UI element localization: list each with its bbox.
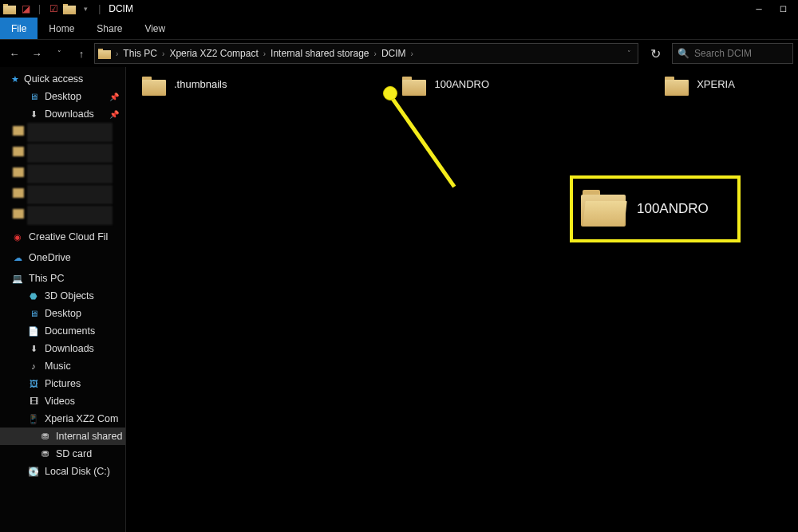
checklist-icon[interactable]: ☑ (47, 2, 60, 15)
callout-label: 100ANDRO (637, 201, 709, 217)
star-icon: ★ (11, 74, 19, 85)
ribbon-tabs: File Home Share View (0, 18, 798, 40)
redacted-item (27, 164, 113, 183)
cloud-icon: ☁ (11, 252, 24, 263)
chevron-right-icon[interactable]: › (263, 49, 266, 58)
sidebar-item-videos[interactable]: 🎞 Videos (0, 392, 125, 410)
sidebar-item-label: OneDrive (29, 252, 71, 263)
sidebar-item-label: Quick access (24, 73, 83, 85)
download-icon: ⬇ (27, 108, 40, 120)
sidebar-item-xperia[interactable]: 📱 Xperia XZ2 Com (0, 410, 125, 428)
phone-icon: 📱 (27, 413, 40, 424)
sidebar-item-label: Videos (45, 396, 75, 407)
sidebar-item-documents[interactable]: 📄 Documents (0, 322, 125, 340)
folder-item-xperia[interactable]: XPERIA (665, 77, 735, 96)
forward-button[interactable]: → (27, 44, 46, 63)
sidebar-item-label: Local Disk (C:) (45, 466, 110, 477)
chevron-right-icon[interactable]: › (374, 49, 377, 58)
pin-icon: 📌 (109, 93, 119, 101)
sidebar-item-label: Desktop (45, 308, 81, 319)
breadcrumb[interactable]: This PC (120, 48, 160, 59)
address-dropdown-icon[interactable]: ˅ (627, 49, 631, 57)
disk-icon: 💽 (27, 466, 40, 477)
tab-file[interactable]: File (0, 18, 38, 39)
folder-icon (98, 49, 111, 59)
search-icon: 🔍 (678, 48, 689, 59)
breadcrumb[interactable]: Xperia XZ2 Compact (166, 48, 261, 59)
folder-icon (581, 190, 626, 228)
chevron-right-icon[interactable]: › (411, 49, 413, 58)
sidebar-item-label: Creative Cloud Fil (29, 231, 108, 242)
back-button[interactable]: ← (5, 44, 24, 63)
folder-icon (402, 77, 426, 96)
desktop-icon: 🖥 (27, 91, 40, 102)
sidebar-item-quick-access[interactable]: ★ Quick access (0, 70, 125, 88)
music-icon: ♪ (27, 361, 40, 372)
body: ★ Quick access 🖥 Desktop 📌 ⬇ Downloads 📌… (0, 67, 798, 532)
redacted-item (27, 206, 113, 225)
folder-item-100andro[interactable]: 100ANDRO (402, 77, 489, 96)
refresh-button[interactable]: ↻ (645, 43, 666, 64)
folder-item-thumbnails[interactable]: .thumbnails (142, 77, 227, 96)
title-bar: ◪ | ☑ ▾ | DCIM ─ ☐ (0, 0, 798, 18)
sidebar-item-label: Documents (45, 325, 95, 337)
sidebar-item-label: Xperia XZ2 Com (45, 413, 118, 424)
sidebar-item-creative-cloud[interactable]: ◉ Creative Cloud Fil (0, 228, 125, 246)
breadcrumb[interactable]: Internal shared storage (267, 48, 372, 59)
recent-dropdown-icon[interactable]: ˅ (49, 44, 69, 63)
sidebar-item-internal-storage[interactable]: ⛃ Internal shared (0, 428, 125, 445)
sidebar-item-pc-desktop[interactable]: 🖥 Desktop (0, 305, 125, 322)
annotation-callout: 100ANDRO (570, 175, 741, 242)
folder-label: 100ANDRO (434, 77, 489, 90)
tab-share[interactable]: Share (85, 18, 133, 39)
quick-access-toolbar: ◪ | ☑ ▾ | (3, 2, 104, 15)
cube-icon: ⬣ (27, 290, 40, 301)
redacted-item (27, 123, 113, 142)
pc-icon: 💻 (11, 273, 24, 284)
sidebar-item-label: SD card (56, 448, 92, 459)
tab-view[interactable]: View (133, 18, 176, 39)
pictures-icon: 🖼 (27, 378, 40, 389)
sidebar-item-local-disk[interactable]: 💽 Local Disk (C:) (0, 463, 125, 480)
sidebar-item-label: Pictures (45, 378, 81, 389)
sidebar-item-pictures[interactable]: 🖼 Pictures (0, 375, 125, 392)
sidebar-item-3d-objects[interactable]: ⬣ 3D Objects (0, 287, 125, 305)
sidebar-item-pc-downloads[interactable]: ⬇ Downloads (0, 340, 125, 357)
content-area[interactable]: .thumbnails 100ANDRO XPERIA 100ANDRO (126, 67, 798, 532)
sidebar-item-label: Music (45, 361, 71, 372)
properties-icon[interactable]: ◪ (19, 2, 32, 15)
sidebar-item-downloads[interactable]: ⬇ Downloads 📌 (0, 105, 125, 123)
redacted-item (27, 185, 113, 204)
sidebar-item-music[interactable]: ♪ Music (0, 357, 125, 375)
sidebar-item-label: Downloads (45, 108, 94, 120)
redacted-item (27, 144, 113, 163)
sidebar-item-label: Internal shared (56, 431, 122, 442)
breadcrumb[interactable]: DCIM (378, 48, 409, 59)
search-input[interactable]: 🔍 Search DCIM (672, 43, 793, 64)
sidebar-item-label: Downloads (45, 343, 94, 354)
address-bar[interactable]: › This PC › Xperia XZ2 Compact › Interna… (94, 43, 638, 64)
chevron-right-icon[interactable]: › (116, 49, 118, 58)
minimize-button[interactable]: ─ (747, 0, 771, 18)
qat-dropdown-icon[interactable]: ▾ (79, 2, 92, 15)
download-icon: ⬇ (27, 343, 40, 354)
folder-icon (665, 77, 689, 96)
sidebar-item-this-pc[interactable]: 💻 This PC (0, 270, 125, 287)
maximize-button[interactable]: ☐ (771, 0, 795, 18)
sidebar-item-label: This PC (29, 273, 64, 284)
window-title: DCIM (109, 3, 133, 14)
sd-card-icon: ⛃ (38, 448, 51, 459)
documents-icon: 📄 (27, 325, 40, 337)
navigation-bar: ← → ˅ ↑ › This PC › Xperia XZ2 Compact ›… (0, 40, 798, 67)
tab-home[interactable]: Home (38, 18, 85, 39)
sidebar-item-desktop[interactable]: 🖥 Desktop 📌 (0, 88, 125, 105)
chevron-right-icon[interactable]: › (162, 49, 164, 58)
folder-icon (142, 77, 166, 96)
sidebar-item-onedrive[interactable]: ☁ OneDrive (0, 249, 125, 266)
folder-label: .thumbnails (174, 77, 227, 90)
up-button[interactable]: ↑ (72, 44, 91, 63)
folder-label: XPERIA (697, 77, 735, 90)
sidebar-item-label: Desktop (45, 91, 81, 102)
sidebar-item-sd-card[interactable]: ⛃ SD card (0, 445, 125, 463)
search-placeholder: Search DCIM (694, 48, 752, 59)
